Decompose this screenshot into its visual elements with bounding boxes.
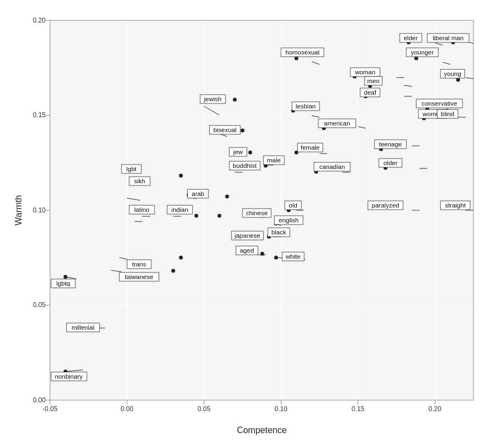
svg-text:male: male [267,157,281,163]
y-tick-label: 0.05 [33,301,46,309]
svg-text:liberal man: liberal man [433,35,464,41]
svg-text:buddhist: buddhist [233,162,257,169]
svg-text:older: older [383,160,398,166]
y-tick-label: 0.15 [33,111,46,119]
svg-text:chinese: chinese [246,210,268,216]
svg-text:arab: arab [191,190,204,197]
svg-text:english: english [279,217,299,223]
svg-point-54 [64,275,68,279]
x-tick-label: 0.10 [274,405,288,413]
svg-point-58 [179,256,183,260]
svg-text:indian: indian [172,206,189,213]
svg-text:jewish: jewish [203,96,222,102]
svg-text:canadian: canadian [319,163,345,170]
x-axis-label: Competence [237,425,287,435]
svg-point-78 [295,57,299,61]
svg-text:lesbian: lesbian [296,103,316,110]
svg-text:millenial: millenial [71,324,95,331]
svg-text:younger: younger [411,49,434,56]
svg-point-63 [225,195,229,199]
svg-text:straight: straight [445,202,466,209]
chart-container: -0.05 0.00 0.05 0.10 0.15 0.20 0.00 0.05… [12,9,484,439]
svg-text:bisexual: bisexual [213,127,236,133]
svg-text:elder: elder [404,35,418,41]
svg-text:taiwanese: taiwanese [125,274,153,280]
x-tick-label: 0.00 [120,405,134,413]
svg-point-64 [233,98,237,102]
x-tick-label: 0.15 [351,405,365,413]
svg-text:teenage: teenage [379,141,402,147]
svg-text:deaf: deaf [364,89,377,96]
svg-point-60 [179,174,183,178]
svg-point-66 [249,151,252,155]
svg-point-57 [172,269,175,273]
svg-text:jew: jew [233,149,243,155]
svg-point-65 [241,129,245,133]
x-tick-label: 0.20 [428,405,442,413]
svg-text:paralyzed: paralyzed [372,202,399,209]
svg-point-73 [274,256,278,260]
svg-point-61 [195,214,199,218]
svg-text:lgbtq: lgbtq [57,280,70,287]
svg-point-88 [415,57,418,61]
y-axis-label: Warmth [14,195,23,225]
y-tick-label: 0.00 [33,396,46,404]
svg-text:sikh: sikh [134,178,145,184]
svg-text:nonbinary: nonbinary [55,373,83,380]
svg-text:black: black [272,229,286,236]
svg-point-62 [218,214,222,218]
y-tick-label: 0.10 [33,206,46,214]
svg-text:young: young [444,70,461,77]
svg-text:woman: woman [354,69,375,75]
x-tick-label: 0.05 [197,405,211,413]
svg-text:blind: blind [441,111,454,117]
svg-text:conservative: conservative [422,100,458,107]
svg-point-69 [261,252,264,256]
svg-text:american: american [324,120,350,127]
svg-text:old: old [289,202,297,209]
svg-point-93 [456,78,460,82]
svg-text:men: men [367,78,379,84]
svg-text:lgbt: lgbt [126,166,137,172]
svg-text:aged: aged [240,247,254,254]
svg-text:female: female [301,144,320,151]
svg-text:trans: trans [132,261,146,267]
y-tick-label: 0.20 [33,17,46,24]
svg-text:homosexual: homosexual [285,49,319,56]
svg-text:white: white [285,253,301,260]
x-tick-label: -0.05 [42,405,58,413]
svg-text:japanese: japanese [234,232,261,239]
svg-text:latino: latino [134,206,150,213]
